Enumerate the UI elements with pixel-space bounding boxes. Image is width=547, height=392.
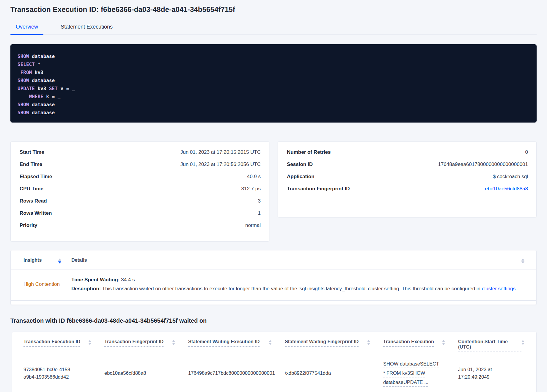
column-header-transaction-execution-id: Transaction Execution ID (23, 339, 104, 352)
cluster-settings-link[interactable]: cluster settings (482, 286, 515, 291)
sql-statements-box: SHOW database SELECT * FROM kv3 SHOW dat… (10, 44, 537, 123)
insights-card: Insights Details High Contention Time Sp… (10, 250, 537, 305)
row-value: Jun 01, 2023 at 17:20:15:2015 UTC (180, 149, 261, 155)
sql-keyword: SHOW (18, 110, 29, 115)
sql-line: FROM kv3 (18, 68, 529, 76)
row-label: Transaction Fingerprint ID (287, 186, 350, 192)
cell-transaction-execution: SHOW databaseSELECT * FROM kv3SHOW datab… (383, 359, 458, 387)
waited-on-table-card: Transaction Execution ID Transaction Fin… (12, 332, 537, 392)
row-label: Rows Read (20, 198, 47, 204)
cell-statement-waiting-execution-id: 176498a9c717bdc80000000000000001 (188, 369, 285, 377)
sql-text: * (35, 62, 40, 67)
sql-line: SELECT * (18, 60, 529, 68)
sort-icon[interactable] (521, 339, 524, 345)
sql-line: WHERE k = _ (18, 92, 529, 101)
column-header-statement-waiting-fingerprint-id: Statement Waiting Fingerprint ID (285, 339, 383, 352)
summary-row-end-time: End Time Jun 01, 2023 at 17:20:56:2056 U… (20, 161, 261, 174)
tab-overview[interactable]: Overview (10, 21, 43, 35)
row-label: CPU Time (20, 186, 43, 192)
summary-row-cpu-time: CPU Time 312.7 µs (20, 186, 261, 198)
high-contention-badge: High Contention (23, 281, 71, 287)
insight-description: Description: This transaction waited on … (71, 284, 524, 293)
sql-text: v = _ (58, 86, 75, 91)
sql-text: database (29, 110, 55, 115)
cell-transaction-execution-id: 9738d051-bc0e-4158-a9b4-1903586ddd42 (23, 366, 95, 381)
transaction-fingerprint-link[interactable]: ebc10ae56cfd88a8 (485, 186, 528, 192)
row-value: 17648a9eea6017800000000000000001 (438, 161, 528, 167)
summary-cards: Start Time Jun 01, 2023 at 17:20:15:2015… (10, 141, 537, 242)
description-label: Description: (71, 286, 101, 291)
row-label: Rows Written (20, 210, 52, 216)
sort-icon[interactable] (172, 339, 175, 345)
insights-column-label[interactable]: Insights (23, 258, 42, 265)
page-title: Transaction Execution ID: f6be6366-da03-… (10, 5, 537, 14)
divider (12, 390, 536, 390)
sql-text: kv3 (35, 86, 46, 91)
sql-text: k = _ (43, 94, 61, 99)
column-label[interactable]: Transaction Fingerprint ID (104, 339, 164, 347)
row-value: 312.7 µs (241, 186, 261, 192)
sql-keyword: UPDATE (18, 86, 35, 91)
summary-row-application: Application $ cockroach sql (287, 174, 528, 186)
summary-row-elapsed-time: Elapsed Time 40.9 s (20, 174, 261, 186)
summary-row-priority: Priority normal (20, 222, 261, 235)
insight-row: High Contention Time Spent Waiting: 34.4… (11, 269, 536, 300)
session-summary-card: Number of Retries 0 Session ID 17648a9ee… (278, 141, 537, 217)
row-label: Elapsed Time (20, 174, 52, 180)
sort-icon[interactable] (521, 258, 524, 264)
sort-icon[interactable] (367, 339, 370, 345)
tab-bar: Overview Statement Executions (10, 21, 537, 35)
sort-icon[interactable] (442, 339, 445, 345)
row-label: Session ID (287, 161, 313, 167)
description-period: . (515, 286, 517, 291)
column-label[interactable]: Statement Waiting Execution ID (188, 339, 260, 347)
row-value: 0 (525, 149, 528, 155)
waited-on-heading: Transaction with ID f6be6366-da03-48de-a… (10, 317, 537, 324)
details-column-label[interactable]: Details (71, 258, 87, 265)
sql-keyword: FROM (18, 70, 32, 75)
summary-row-rows-written: Rows Written 1 (20, 210, 261, 222)
column-label[interactable]: Contention Start Time (UTC) (458, 339, 521, 352)
summary-row-session-id: Session ID 17648a9eea6017800000000000000… (287, 161, 528, 174)
waiting-label: Time Spent Waiting: (71, 277, 120, 283)
column-label[interactable]: Transaction Execution (383, 339, 434, 347)
summary-row-start-time: Start Time Jun 01, 2023 at 17:20:15:2015… (20, 149, 261, 161)
summary-row-rows-read: Rows Read 3 (20, 198, 261, 210)
row-value: 3 (258, 198, 261, 204)
sql-text: kv3 (32, 70, 43, 75)
sql-keyword: SELECT (18, 62, 35, 67)
column-label[interactable]: Statement Waiting Fingerprint ID (285, 339, 359, 347)
row-label: End Time (20, 161, 42, 167)
table-row: 9738d051-bc0e-4158-a9b4-1903586ddd42 ebc… (12, 356, 536, 390)
cell-contention-start-time: Jun 01, 2023 at 17:20:49:2049 (458, 366, 525, 381)
row-label: Number of Retries (287, 149, 331, 155)
sql-keyword: SHOW (18, 78, 29, 83)
row-label: Application (287, 174, 315, 180)
row-value: Jun 01, 2023 at 17:20:56:2056 UTC (180, 161, 261, 167)
sql-line: UPDATE kv3 SET v = _ (18, 84, 529, 92)
row-value: normal (245, 222, 261, 228)
insights-column-header: Insights (23, 258, 71, 265)
sql-text: database (29, 102, 55, 107)
summary-row-retries: Number of Retries 0 (287, 149, 528, 161)
sort-icon[interactable] (88, 339, 91, 345)
transaction-execution-link[interactable]: SHOW databaseSELECT * FROM kv3SHOW datab… (383, 359, 440, 387)
tab-statement-executions[interactable]: Statement Executions (55, 21, 118, 35)
transaction-details-page: Transaction Execution ID: f6be6366-da03-… (0, 0, 547, 392)
row-value: 40.9 s (247, 174, 261, 180)
row-label: Priority (20, 222, 37, 228)
description-text: This transaction waited on other transac… (101, 286, 482, 291)
sql-line: SHOW database (18, 76, 529, 84)
sql-keyword: WHERE (18, 94, 43, 99)
row-label: Start Time (20, 149, 44, 155)
insight-details: Time Spent Waiting: 34.4 s Description: … (71, 275, 524, 293)
insights-table-header: Insights Details (11, 250, 536, 265)
column-header-transaction-fingerprint-id: Transaction Fingerprint ID (104, 339, 188, 352)
sql-line: SHOW database (18, 109, 529, 117)
column-label[interactable]: Transaction Execution ID (23, 339, 80, 347)
column-header-transaction-execution: Transaction Execution (383, 339, 458, 352)
sort-icon[interactable] (269, 339, 272, 345)
sort-icon[interactable] (58, 258, 61, 265)
row-value: $ cockroach sql (493, 174, 528, 180)
waited-table-header: Transaction Execution ID Transaction Fin… (12, 332, 536, 352)
